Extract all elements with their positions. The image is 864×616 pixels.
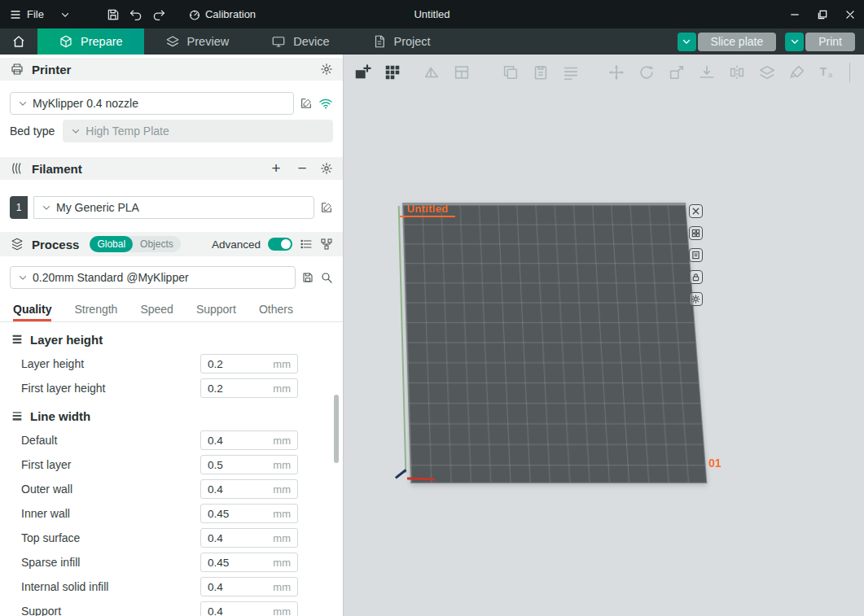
- param-row: Default mm: [0, 428, 343, 452]
- param-label: First layer height: [21, 382, 105, 395]
- printer-preset-value: MyKlipper 0.4 nozzle: [33, 97, 138, 110]
- add-plate-icon: [353, 63, 371, 81]
- cut-button[interactable]: [725, 60, 749, 85]
- filament-settings-gear-icon[interactable]: [320, 162, 333, 175]
- process-preset-value: 0.20mm Standard @MyKlipper: [33, 271, 189, 284]
- add-plate-button[interactable]: [350, 60, 375, 85]
- layer-height-input[interactable]: [208, 358, 270, 370]
- home-icon: [11, 34, 26, 49]
- plate-name-label[interactable]: Untitled: [407, 203, 449, 215]
- paste-button[interactable]: [528, 60, 553, 85]
- variable-layer-button[interactable]: [755, 60, 779, 85]
- line-width-icon: [11, 409, 24, 422]
- line-width-internal-solid-input[interactable]: [208, 581, 270, 593]
- calibration-button[interactable]: Calibration: [183, 0, 261, 28]
- tab-speed[interactable]: Speed: [140, 299, 173, 321]
- scrollbar-thumb[interactable]: [334, 395, 339, 463]
- assembly-view-button[interactable]: [860, 60, 864, 85]
- parameter-list-icon[interactable]: [300, 238, 313, 251]
- process-preset-select[interactable]: 0.20mm Standard @MyKlipper: [10, 266, 296, 289]
- copy-button[interactable]: [498, 60, 523, 85]
- redo-button[interactable]: [147, 3, 170, 26]
- remove-filament-button[interactable]: −: [294, 161, 310, 176]
- auto-orient-button[interactable]: [419, 60, 444, 85]
- rotate-button[interactable]: [634, 60, 659, 85]
- scope-objects-option[interactable]: Objects: [133, 236, 181, 252]
- line-width-outer-wall-input[interactable]: [208, 483, 270, 496]
- edit-filament-icon[interactable]: [320, 201, 333, 214]
- preview-icon: [165, 34, 180, 49]
- slice-options-chevron-icon[interactable]: [678, 33, 696, 51]
- tab-project[interactable]: Project: [351, 28, 452, 55]
- print-queue-button[interactable]: [559, 60, 583, 85]
- tab-support[interactable]: Support: [196, 299, 236, 321]
- param-row: Inner wall mm: [0, 501, 343, 526]
- bed-type-select[interactable]: High Temp Plate: [63, 120, 333, 142]
- tab-preview[interactable]: Preview: [144, 28, 251, 55]
- layout-settings-button[interactable]: [450, 60, 474, 85]
- param-label: Internal solid infill: [21, 580, 108, 593]
- scale-button[interactable]: [664, 60, 689, 85]
- line-width-default-input[interactable]: [208, 435, 270, 447]
- build-plate[interactable]: [402, 203, 707, 483]
- flatten-button[interactable]: [695, 60, 719, 85]
- arrange-plate-button[interactable]: [689, 226, 703, 240]
- sidebar-scrollbar[interactable]: [334, 331, 339, 611]
- edit-printer-icon[interactable]: [300, 97, 313, 110]
- undo-icon: [129, 7, 143, 22]
- rename-plate-icon: [691, 251, 700, 260]
- plate-settings-button[interactable]: [689, 292, 703, 306]
- move-button[interactable]: [604, 60, 629, 85]
- wifi-connection-icon[interactable]: [318, 96, 333, 111]
- filament-preset-value: My Generic PLA: [56, 201, 139, 214]
- close-button[interactable]: [836, 0, 864, 28]
- line-width-inner-wall-input[interactable]: [208, 508, 270, 520]
- filament-preset-select[interactable]: My Generic PLA: [33, 196, 314, 219]
- line-width-first-layer-input[interactable]: [208, 459, 270, 471]
- chevron-down-icon: [41, 202, 52, 213]
- param-row: Support mm: [0, 599, 343, 616]
- filament-preset-row: 1 My Generic PLA: [10, 196, 333, 219]
- delete-plate-button[interactable]: [689, 204, 703, 218]
- save-project-button[interactable]: [102, 3, 125, 26]
- add-text-button[interactable]: Ta: [815, 60, 840, 85]
- tab-device[interactable]: Device: [250, 28, 350, 55]
- file-menu[interactable]: File: [0, 0, 76, 28]
- printer-preset-select[interactable]: MyKlipper 0.4 nozzle: [10, 92, 294, 115]
- search-icon[interactable]: [320, 271, 333, 284]
- tab-strength[interactable]: Strength: [74, 299, 117, 321]
- save-preset-icon[interactable]: [301, 271, 314, 284]
- add-filament-button[interactable]: +: [268, 161, 284, 176]
- tab-quality[interactable]: Quality: [13, 299, 51, 321]
- first-layer-height-input[interactable]: [208, 382, 270, 395]
- printer-icon: [10, 62, 24, 76]
- print-options-chevron-icon[interactable]: [785, 33, 804, 51]
- param-unit: mm: [273, 532, 291, 544]
- line-width-support-input[interactable]: [208, 605, 270, 616]
- viewport-3d[interactable]: Ta Untitled 01: [344, 55, 864, 616]
- print-button[interactable]: Print: [785, 32, 855, 51]
- support-paint-button[interactable]: [785, 60, 809, 85]
- lock-plate-button[interactable]: [689, 270, 703, 284]
- param-input-box: mm: [200, 528, 298, 548]
- text-tool-icon: Ta: [818, 63, 836, 81]
- slice-plate-button[interactable]: Slice plate: [678, 32, 777, 51]
- object-tree-icon[interactable]: [320, 238, 333, 251]
- scope-global-option[interactable]: Global: [90, 236, 133, 252]
- viewport-toolbar: Ta: [350, 60, 864, 85]
- advanced-toggle[interactable]: [268, 238, 292, 251]
- home-button[interactable]: [0, 28, 37, 55]
- line-width-top-surface-input[interactable]: [208, 532, 270, 544]
- param-input-box: mm: [200, 430, 298, 450]
- tab-prepare-label: Prepare: [81, 35, 123, 48]
- filament-slot-badge[interactable]: 1: [10, 196, 28, 219]
- minimize-button[interactable]: [781, 0, 809, 28]
- printer-settings-gear-icon[interactable]: [320, 63, 333, 76]
- rename-plate-button[interactable]: [689, 248, 703, 262]
- undo-button[interactable]: [125, 3, 147, 26]
- arrange-button[interactable]: [380, 60, 405, 85]
- tab-others[interactable]: Others: [259, 299, 293, 321]
- maximize-button[interactable]: [809, 0, 836, 28]
- line-width-sparse-infill-input[interactable]: [208, 557, 270, 569]
- tab-prepare[interactable]: Prepare: [37, 28, 144, 55]
